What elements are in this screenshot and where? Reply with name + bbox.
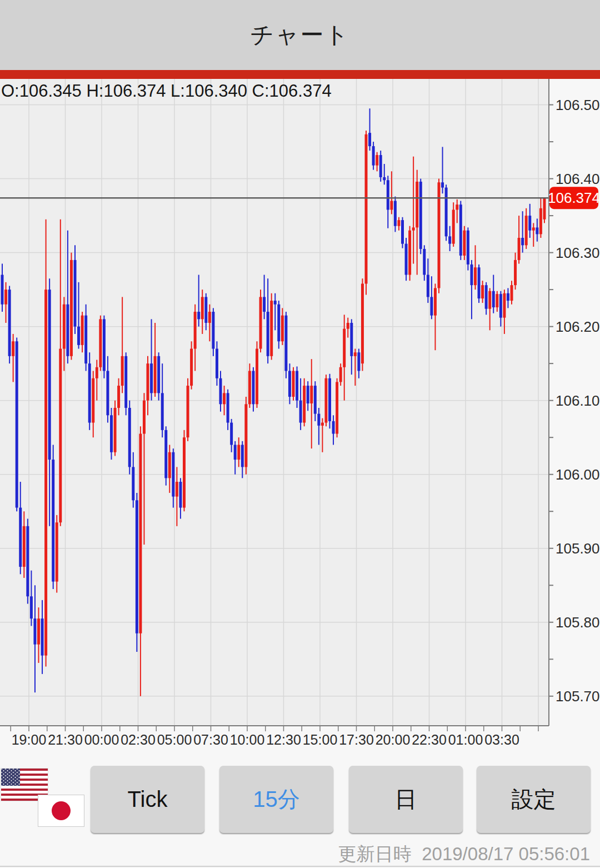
accent-stripe xyxy=(0,70,600,79)
japan-flag-sun xyxy=(52,801,71,820)
svg-text:20:00: 20:00 xyxy=(376,732,411,747)
settings-button[interactable]: 設定 xyxy=(477,766,591,833)
japan-flag-icon xyxy=(38,795,84,827)
page-title: チャート xyxy=(251,19,350,51)
svg-text:21:30: 21:30 xyxy=(48,732,83,747)
svg-text:22:30: 22:30 xyxy=(412,732,447,747)
svg-text:106.000: 106.000 xyxy=(556,466,600,483)
chart-area[interactable]: 106.500106.400106.300106.200106.100106.0… xyxy=(0,79,600,749)
update-timestamp-label: 更新日時 xyxy=(338,844,412,864)
tick-button[interactable]: Tick xyxy=(91,766,204,833)
svg-text:106.400: 106.400 xyxy=(556,171,600,187)
svg-text:01:00: 01:00 xyxy=(448,732,483,747)
svg-text:105.800: 105.800 xyxy=(556,614,600,631)
day-button[interactable]: 日 xyxy=(349,766,463,833)
interval-15min-button[interactable]: 15分 xyxy=(219,766,333,833)
update-timestamp-value: 2019/08/17 05:56:01 xyxy=(422,844,590,864)
svg-text:106.500: 106.500 xyxy=(556,97,600,113)
currency-pair-flags[interactable] xyxy=(0,766,88,834)
svg-text:106.200: 106.200 xyxy=(556,318,600,335)
svg-text:02:30: 02:30 xyxy=(121,732,156,747)
svg-text:07:30: 07:30 xyxy=(193,732,228,747)
svg-text:05:00: 05:00 xyxy=(157,732,192,747)
svg-text:19:00: 19:00 xyxy=(12,732,47,747)
svg-text:00:00: 00:00 xyxy=(84,732,119,747)
svg-text:105.700: 105.700 xyxy=(556,688,600,705)
us-flag-canton xyxy=(1,769,20,786)
svg-text:03:30: 03:30 xyxy=(484,732,519,747)
svg-text:106.100: 106.100 xyxy=(556,392,600,409)
app-header: チャート xyxy=(0,0,600,70)
svg-text:15:00: 15:00 xyxy=(303,732,338,747)
update-timestamp: 更新日時 2019/08/17 05:56:01 xyxy=(338,842,590,867)
x-axis-labels: 19:0021:3000:0002:3005:0007:3010:0012:30… xyxy=(11,726,538,747)
svg-text:106.300: 106.300 xyxy=(556,245,600,261)
bottom-divider xyxy=(0,866,600,867)
candlestick-chart[interactable]: 106.500106.400106.300106.200106.100106.0… xyxy=(0,79,600,749)
price-badge: 106.374 xyxy=(548,187,600,209)
svg-text:17:30: 17:30 xyxy=(339,732,374,747)
svg-text:105.900: 105.900 xyxy=(556,540,600,557)
plot-background xyxy=(0,79,549,726)
svg-text:10:00: 10:00 xyxy=(230,732,265,747)
svg-text:106.374: 106.374 xyxy=(548,189,600,206)
svg-text:12:30: 12:30 xyxy=(266,732,301,747)
